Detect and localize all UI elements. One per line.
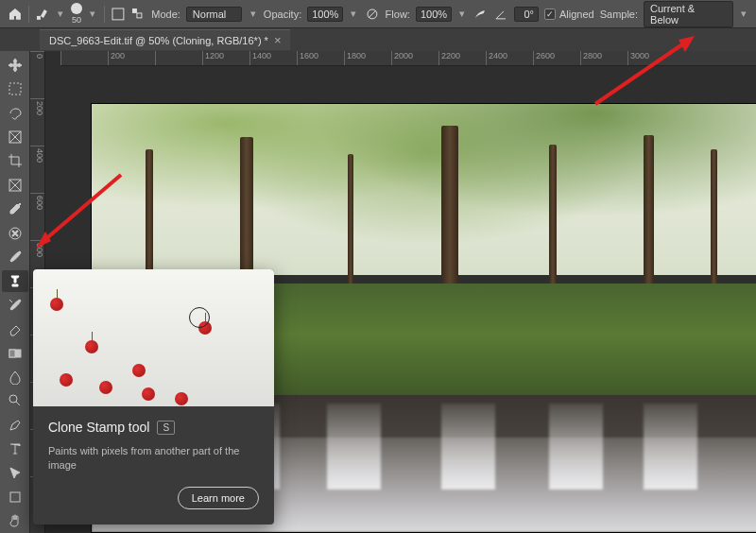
path-select-tool[interactable]	[2, 462, 28, 484]
crop-tool[interactable]	[2, 150, 28, 172]
sample-select[interactable]: Current & Below	[644, 1, 732, 27]
healing-brush-tool[interactable]	[2, 222, 28, 244]
tab-title: DSC_9663-Edit.tif @ 50% (Cloning, RGB/16…	[49, 35, 268, 46]
svg-rect-2	[132, 9, 137, 13]
pen-tool[interactable]	[2, 414, 28, 436]
tooltip-shortcut: S	[157, 421, 175, 435]
clone-stamp-tool[interactable]	[2, 270, 28, 292]
marquee-tool[interactable]	[2, 77, 28, 99]
tooltip-title: Clone Stamp tool	[48, 420, 149, 435]
flow-label: Flow:	[386, 9, 410, 20]
angle-input[interactable]: 0°	[514, 7, 539, 22]
svg-rect-5	[9, 83, 21, 95]
hand-tool[interactable]	[2, 510, 28, 532]
tooltip-preview	[33, 269, 274, 406]
aligned-label: Aligned	[559, 9, 594, 20]
angle-icon[interactable]	[493, 6, 508, 23]
brush-preview[interactable]: 50	[71, 3, 82, 25]
checkbox-icon	[544, 9, 556, 20]
flow-input[interactable]: 100%	[416, 7, 452, 22]
chevron-down-icon[interactable]: ▾	[457, 8, 468, 21]
close-icon[interactable]: ×	[274, 34, 282, 46]
chevron-down-icon[interactable]: ▾	[349, 8, 359, 21]
learn-more-button[interactable]: Learn more	[178, 487, 259, 509]
document-tab[interactable]: DSC_9663-Edit.tif @ 50% (Cloning, RGB/16…	[40, 29, 290, 50]
frame2-tool[interactable]	[2, 174, 28, 196]
clone-source-icon[interactable]	[130, 6, 146, 23]
sample-label: Sample:	[600, 9, 638, 20]
chevron-down-icon[interactable]: ▾	[56, 8, 66, 21]
move-tool[interactable]	[2, 54, 28, 76]
svg-rect-12	[10, 492, 20, 502]
clone-cursor-icon	[189, 307, 210, 328]
type-tool[interactable]	[2, 438, 28, 460]
tools-panel	[0, 51, 30, 533]
mode-label: Mode:	[151, 9, 180, 20]
eraser-tool[interactable]	[2, 318, 28, 339]
tooltip-description: Paints with pixels from another part of …	[48, 444, 259, 473]
history-brush-tool[interactable]	[2, 294, 28, 316]
tool-preset-icon[interactable]	[35, 6, 50, 23]
opacity-label: Opacity:	[264, 9, 301, 20]
aligned-checkbox[interactable]: Aligned	[544, 9, 594, 20]
mode-select[interactable]: Normal	[186, 7, 242, 22]
opacity-input[interactable]: 100%	[307, 7, 343, 22]
airbrush-icon[interactable]	[472, 6, 488, 23]
gradient-tool[interactable]	[2, 342, 28, 364]
blur-tool[interactable]	[2, 366, 28, 387]
tool-tooltip: Clone Stamp tool S Paints with pixels fr…	[33, 269, 274, 524]
frame-tool[interactable]	[2, 126, 28, 147]
home-icon[interactable]	[8, 6, 23, 23]
svg-rect-0	[37, 15, 41, 19]
svg-rect-3	[137, 13, 142, 18]
shape-tool[interactable]	[2, 486, 28, 507]
tab-bar: DSC_9663-Edit.tif @ 50% (Cloning, RGB/16…	[0, 28, 756, 51]
chevron-down-icon[interactable]: ▾	[248, 8, 258, 21]
brush-tool[interactable]	[2, 246, 28, 267]
eyedropper-tool[interactable]	[2, 198, 28, 219]
dodge-tool[interactable]	[2, 390, 28, 412]
lasso-tool[interactable]	[2, 102, 28, 124]
pressure-opacity-icon[interactable]	[365, 6, 380, 23]
chevron-down-icon[interactable]: ▾	[739, 8, 749, 21]
ruler-horizontal: 2001200140016001800200022002400260028003…	[60, 51, 756, 66]
chevron-down-icon[interactable]: ▾	[88, 8, 98, 21]
options-bar: ▾ 50 ▾ Mode: Normal ▾ Opacity: 100% ▾ Fl…	[0, 0, 756, 28]
svg-rect-1	[112, 9, 124, 20]
svg-rect-10	[9, 350, 15, 357]
brush-panel-icon[interactable]	[111, 6, 126, 23]
svg-point-11	[9, 395, 17, 403]
